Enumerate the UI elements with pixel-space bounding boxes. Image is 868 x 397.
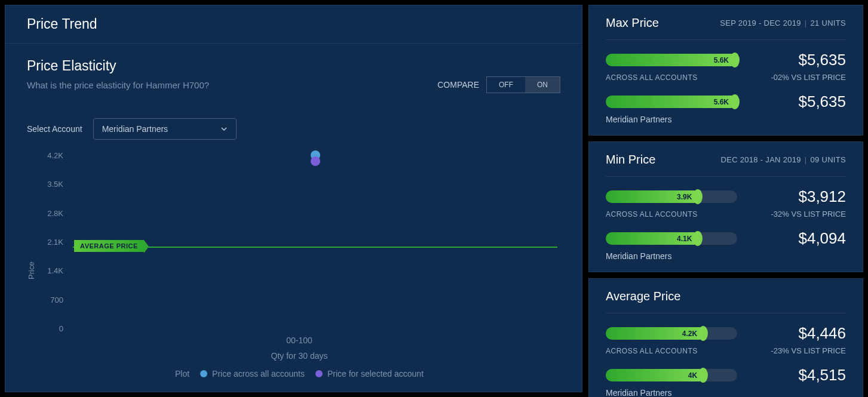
panel-header: Price Trend: [5, 5, 582, 44]
price-card: Min Price DEC 2018 - JAN 2019|09 UNITS 3…: [588, 141, 863, 272]
bar-value: 4.1K: [677, 235, 692, 243]
price-value: $4,515: [798, 366, 846, 384]
price-value: $5,635: [798, 51, 846, 69]
card-title: Min Price: [606, 153, 655, 167]
y-tick: 700: [50, 295, 63, 304]
legend-prefix: Plot: [175, 369, 189, 378]
legend-item-all: Price across all accounts: [200, 369, 305, 378]
progress-bar: 5.6K: [606, 96, 737, 108]
dot-icon: [200, 370, 207, 377]
account-name: Meridian Partners: [606, 251, 846, 261]
metric-subrow: ACROSS ALL ACCOUNTS -02% VS LIST PRICE: [606, 73, 846, 82]
bar-value: 4.2K: [682, 330, 697, 338]
bar-value: 5.6K: [714, 56, 729, 64]
bar-value: 3.9K: [677, 193, 692, 201]
y-tick: 3.5K: [47, 180, 63, 189]
card-title: Max Price: [606, 16, 659, 30]
metric-subrow: ACROSS ALL ACCOUNTS -32% VS LIST PRICE: [606, 210, 846, 218]
price-card: Average Price 4.2K $4,446 ACROSS ALL ACC…: [588, 278, 863, 397]
sub-label: ACROSS ALL ACCOUNTS: [606, 73, 698, 82]
average-price-line: AVERAGE PRICE: [73, 247, 557, 248]
progress-bar: 4.2K: [606, 327, 737, 340]
metric-row: 4K $4,515: [606, 366, 846, 384]
price-value: $5,635: [798, 93, 846, 111]
card-header: Min Price DEC 2018 - JAN 2019|09 UNITS: [606, 153, 846, 177]
sub-label: ACROSS ALL ACCOUNTS: [606, 347, 698, 355]
sub-label: ACROSS ALL ACCOUNTS: [606, 210, 698, 218]
card-title: Average Price: [606, 290, 680, 303]
section-title: Price Elasticity: [27, 58, 560, 74]
compare-control: COMPARE OFF ON: [437, 76, 560, 93]
bar-value: 4K: [688, 371, 697, 380]
card-header: Max Price SEP 2019 - DEC 2019|21 UNITS: [606, 16, 846, 40]
y-tick: 0: [59, 324, 63, 333]
card-header: Average Price: [606, 290, 846, 313]
compare-toggle: OFF ON: [486, 76, 560, 93]
y-tick: 4.2K: [47, 151, 63, 160]
sub-pct: -23% VS LIST PRICE: [771, 346, 846, 355]
progress-bar: 3.9K: [606, 190, 737, 203]
compare-on-button[interactable]: ON: [525, 77, 560, 93]
progress-bar: 4.1K: [606, 232, 737, 245]
chart-legend: Plot Price across all accounts Price for…: [38, 369, 560, 378]
chevron-down-icon: [220, 125, 228, 133]
y-tick: 1.4K: [47, 266, 63, 275]
card-meta: SEP 2019 - DEC 2019|21 UNITS: [720, 19, 846, 27]
price-value: $4,446: [798, 324, 846, 343]
y-tick: 2.1K: [47, 238, 63, 247]
y-axis-label: Price: [27, 155, 36, 386]
x-axis-label: Qty for 30 days: [38, 351, 560, 361]
price-value: $3,912: [798, 187, 846, 206]
metric-row: 5.6K $5,635: [606, 93, 846, 111]
y-tick: 2.8K: [47, 208, 63, 217]
price-card: Max Price SEP 2019 - DEC 2019|21 UNITS 5…: [588, 5, 863, 136]
dot-icon: [315, 370, 323, 377]
sub-pct: -32% VS LIST PRICE: [771, 210, 846, 218]
bar-value: 5.6K: [714, 98, 729, 106]
card-meta: DEC 2018 - JAN 2019|09 UNITS: [721, 155, 846, 164]
progress-bar: 4K: [606, 369, 737, 381]
metric-row: 5.6K $5,635: [606, 51, 846, 69]
account-name: Meridian Partners: [606, 388, 846, 397]
compare-label: COMPARE: [437, 80, 479, 90]
metric-subrow: ACROSS ALL ACCOUNTS -23% VS LIST PRICE: [606, 346, 846, 355]
progress-bar: 5.6K: [606, 54, 737, 66]
account-dropdown-value: Meridian Partners: [102, 124, 168, 134]
metric-row: 4.1K $4,094: [606, 229, 846, 248]
account-name: Meridian Partners: [606, 115, 846, 124]
price-trend-panel: Price Trend Price Elasticity What is the…: [5, 5, 582, 392]
x-tick: 00-100: [38, 336, 560, 345]
compare-off-button[interactable]: OFF: [487, 77, 525, 93]
elasticity-chart: Price 07001.4K2.1K2.8K3.5K4.2K AVERAGE P…: [27, 155, 560, 386]
data-point[interactable]: [311, 156, 320, 166]
legend-item-selected: Price for selected account: [315, 369, 424, 378]
page-title: Price Trend: [27, 16, 560, 32]
select-account-label: Select Account: [27, 124, 82, 134]
price-value: $4,094: [798, 229, 846, 248]
metric-row: 4.2K $4,446: [606, 324, 846, 343]
account-dropdown[interactable]: Meridian Partners: [93, 118, 237, 140]
average-price-badge: AVERAGE PRICE: [74, 240, 144, 252]
metric-row: 3.9K $3,912: [606, 187, 846, 206]
sub-pct: -02% VS LIST PRICE: [771, 73, 846, 82]
